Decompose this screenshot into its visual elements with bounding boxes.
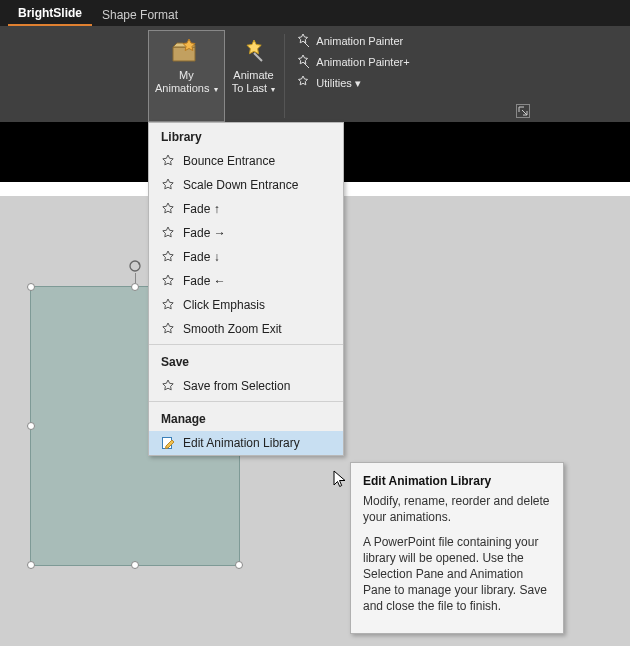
dropdown-section-manage: Manage: [149, 405, 343, 431]
utilities-button[interactable]: Utilities ▾: [293, 74, 411, 92]
menu-item-library[interactable]: Fade →: [149, 221, 343, 245]
menu-item-label: Fade ↑: [183, 202, 220, 216]
star-outline-icon: [161, 250, 175, 264]
menu-item-label: Save from Selection: [183, 379, 290, 393]
menu-item-label: Fade ←: [183, 274, 226, 288]
menu-item-label: Edit Animation Library: [183, 436, 300, 450]
star-brush-icon: [295, 33, 311, 49]
star-brush-plus-icon: [295, 54, 311, 70]
menu-item-library[interactable]: Scale Down Entrance: [149, 173, 343, 197]
menu-item-edit-animation-library[interactable]: Edit Animation Library: [149, 431, 343, 455]
dropdown-section-library: Library: [149, 123, 343, 149]
my-animations-label-2: Animations: [155, 82, 209, 94]
menu-item-label: Fade →: [183, 226, 226, 240]
ribbon-separator: [284, 34, 285, 118]
utilities-label: Utilities: [316, 77, 351, 89]
menu-item-library[interactable]: Fade ←: [149, 269, 343, 293]
animation-painter-button[interactable]: Animation Painter: [293, 32, 411, 50]
menu-item-label: Fade ↓: [183, 250, 220, 264]
star-gear-icon: [295, 75, 311, 91]
resize-handle[interactable]: [235, 561, 243, 569]
tooltip-title: Edit Animation Library: [363, 473, 551, 489]
animation-painter-plus-button[interactable]: Animation Painter+: [293, 53, 411, 71]
animate-to-last-label-1: Animate: [233, 69, 273, 82]
star-outline-icon: [161, 274, 175, 288]
rotation-stem: [135, 273, 136, 283]
star-outline-icon: [161, 154, 175, 168]
star-wand-icon: [238, 35, 270, 67]
folder-star-icon: [170, 35, 202, 67]
star-outline-icon: [161, 178, 175, 192]
menu-item-library[interactable]: Fade ↓: [149, 245, 343, 269]
my-animations-button[interactable]: My Animations ▾: [148, 30, 225, 122]
tab-brightslide[interactable]: BrightSlide: [8, 2, 92, 26]
animate-to-last-button[interactable]: Animate To Last ▾: [225, 30, 283, 122]
star-outline-icon: [161, 202, 175, 216]
resize-handle[interactable]: [27, 283, 35, 291]
chevron-down-icon: ▾: [269, 85, 275, 94]
svg-point-3: [130, 261, 140, 271]
edit-page-icon: [161, 436, 175, 450]
resize-handle[interactable]: [131, 283, 139, 291]
chevron-down-icon: ▾: [352, 77, 361, 89]
rotation-handle[interactable]: [128, 259, 142, 273]
dialog-launcher-icon[interactable]: [516, 104, 530, 118]
dropdown-section-save: Save: [149, 348, 343, 374]
animate-to-last-label-2: To Last: [232, 82, 267, 94]
tooltip-paragraph: A PowerPoint file containing your librar…: [363, 534, 551, 615]
my-animations-dropdown: Library Bounce EntranceScale Down Entran…: [148, 122, 344, 456]
svg-line-2: [304, 63, 309, 68]
menu-item-label: Click Emphasis: [183, 298, 265, 312]
star-outline-icon: [161, 226, 175, 240]
menu-item-library[interactable]: Fade ↑: [149, 197, 343, 221]
dropdown-separator: [149, 344, 343, 345]
tab-shape-format[interactable]: Shape Format: [92, 4, 188, 26]
resize-handle[interactable]: [27, 561, 35, 569]
animation-painter-plus-label: Animation Painter+: [316, 56, 409, 68]
star-outline-icon: [161, 298, 175, 312]
tooltip-paragraph: Modify, rename, reorder and delete your …: [363, 493, 551, 525]
menu-item-label: Bounce Entrance: [183, 154, 275, 168]
menu-item-library[interactable]: Smooth Zoom Exit: [149, 317, 343, 341]
menu-item-library[interactable]: Click Emphasis: [149, 293, 343, 317]
my-animations-label-1: My: [179, 69, 194, 82]
ribbon: My Animations ▾ Animate To Last ▾ Animat…: [0, 26, 630, 122]
star-outline-icon: [161, 379, 175, 393]
menu-item-library[interactable]: Bounce Entrance: [149, 149, 343, 173]
resize-handle[interactable]: [27, 422, 35, 430]
tab-bar: BrightSlide Shape Format: [0, 0, 630, 26]
animation-painter-label: Animation Painter: [316, 35, 403, 47]
resize-handle[interactable]: [131, 561, 139, 569]
menu-item-save-from-selection[interactable]: Save from Selection: [149, 374, 343, 398]
svg-line-0: [254, 53, 262, 61]
svg-line-1: [304, 42, 309, 47]
menu-item-label: Scale Down Entrance: [183, 178, 298, 192]
tooltip: Edit Animation Library Modify, rename, r…: [350, 462, 564, 634]
menu-item-label: Smooth Zoom Exit: [183, 322, 282, 336]
chevron-down-icon: ▾: [211, 85, 217, 94]
dropdown-separator: [149, 401, 343, 402]
star-outline-icon: [161, 322, 175, 336]
ribbon-side-column: Animation Painter Animation Painter+ Uti…: [287, 30, 417, 122]
